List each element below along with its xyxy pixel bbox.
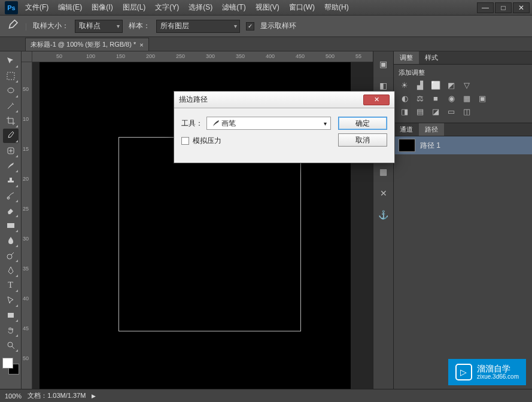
close-button[interactable]: ✕ — [513, 2, 530, 13]
svg-point-7 — [8, 342, 13, 347]
menu-help[interactable]: 帮助(H) — [321, 0, 352, 15]
eraser-tool[interactable] — [3, 203, 19, 218]
tool-select[interactable]: 画笔 — [206, 117, 331, 130]
magic-wand-tool[interactable] — [3, 99, 19, 113]
selective-icon[interactable]: ◫ — [461, 106, 473, 117]
crop-tool[interactable] — [3, 114, 19, 128]
add-adjustment-label: 添加调整 — [399, 68, 527, 77]
lookup-icon[interactable]: ▣ — [476, 93, 488, 103]
sample-size-label: 取样大小： — [33, 21, 69, 31]
move-tool[interactable] — [3, 54, 19, 68]
marquee-tool[interactable] — [3, 69, 19, 83]
svg-rect-0 — [7, 72, 14, 80]
status-bar: 100% 文档：1.03M/1.37M ▶ — [0, 389, 532, 402]
simulate-pressure-checkbox[interactable] — [181, 137, 189, 145]
tools-icon[interactable]: ✕ — [376, 185, 391, 201]
menu-filter[interactable]: 滤镜(T) — [218, 0, 249, 15]
eyedropper-icon — [5, 19, 19, 34]
color-swatches[interactable] — [2, 358, 19, 374]
maximize-button[interactable]: □ — [495, 2, 512, 13]
navigator-icon[interactable]: ⚓ — [376, 207, 391, 223]
path-select-tool[interactable] — [3, 293, 19, 307]
dialog-close-button[interactable]: ✕ — [363, 95, 390, 105]
svg-rect-4 — [7, 223, 14, 228]
stroke-path-dialog: 描边路径 ✕ 工具： 画笔 模拟压力 确定 取消 — [174, 91, 395, 163]
menu-file[interactable]: 文件(F) — [22, 0, 52, 15]
eyedropper-tool[interactable] — [3, 129, 19, 143]
invert-icon[interactable]: ◨ — [399, 106, 411, 117]
dodge-tool[interactable] — [3, 248, 19, 263]
menu-layer[interactable]: 图层(L) — [119, 0, 150, 15]
menu-select[interactable]: 选择(S) — [185, 0, 216, 15]
watermark-logo: ▷ — [455, 364, 472, 380]
panel-spacer — [394, 154, 532, 389]
minimize-button[interactable]: — — [477, 2, 494, 13]
history-brush-tool[interactable] — [3, 188, 19, 203]
history-icon[interactable]: ▣ — [376, 56, 391, 72]
lasso-tool[interactable] — [3, 84, 19, 98]
brush-tool[interactable] — [3, 159, 19, 173]
menubar: 文件(F) 编辑(E) 图像(I) 图层(L) 文字(Y) 选择(S) 滤镜(T… — [22, 0, 477, 15]
stamp-tool[interactable] — [3, 173, 19, 188]
hand-tool[interactable] — [3, 323, 19, 337]
curves-icon[interactable]: ⬜ — [430, 80, 442, 90]
cancel-button[interactable]: 取消 — [338, 133, 387, 147]
exposure-icon[interactable]: ◩ — [445, 80, 457, 90]
svg-rect-6 — [8, 313, 14, 318]
show-ring-label: 显示取样环 — [260, 21, 296, 31]
ruler-vertical: 50101520253035404550 — [22, 62, 32, 389]
path-item-label: 路径 1 — [420, 141, 440, 151]
path-thumbnail — [399, 139, 415, 152]
window-controls: — □ ✕ — [477, 2, 532, 13]
bw-icon[interactable]: ■ — [430, 93, 442, 103]
mixer-icon[interactable]: ▦ — [461, 93, 473, 103]
ok-button[interactable]: 确定 — [338, 117, 387, 130]
shape-rectangle[interactable] — [118, 137, 301, 331]
tab-channels[interactable]: 通道 — [394, 123, 419, 136]
posterize-icon[interactable]: ▤ — [414, 106, 426, 117]
tool-label: 工具： — [181, 118, 203, 129]
doc-info[interactable]: 文档：1.03M/1.37M — [28, 391, 86, 400]
balance-icon[interactable]: ⚖ — [414, 93, 426, 103]
tab-styles[interactable]: 样式 — [419, 51, 444, 64]
dialog-titlebar[interactable]: 描边路径 ✕ — [174, 92, 394, 108]
sample-dropdown[interactable]: 所有图层 — [156, 20, 240, 33]
swatches-icon[interactable]: ▦ — [376, 164, 391, 179]
close-tab-icon[interactable]: × — [139, 41, 143, 48]
brightness-icon[interactable]: ☀ — [399, 80, 411, 90]
menu-window[interactable]: 窗口(W) — [285, 0, 318, 15]
dialog-title: 描边路径 — [179, 95, 208, 105]
adjustments-panel: 添加调整 ☀ ▟ ⬜ ◩ ▽ ◐ ⚖ ■ ◉ ▦ ▣ ◨ ▤ ◪ ▭ ◫ — [394, 65, 532, 123]
sample-label: 样本： — [129, 21, 150, 31]
gradient-map-icon[interactable]: ▭ — [445, 106, 457, 117]
threshold-icon[interactable]: ◪ — [430, 106, 442, 117]
hue-icon[interactable]: ◐ — [399, 93, 411, 103]
blur-tool[interactable] — [3, 233, 19, 248]
vibrance-icon[interactable]: ▽ — [461, 80, 473, 90]
watermark-text: 溜溜自学 — [477, 364, 519, 373]
svg-point-5 — [7, 254, 12, 259]
document-tab[interactable]: 未标题-1 @ 100% (矩形 1, RGB/8) * × — [25, 38, 149, 51]
pen-tool[interactable] — [3, 263, 19, 278]
right-panels: 调整 样式 添加调整 ☀ ▟ ⬜ ◩ ▽ ◐ ⚖ ■ ◉ ▦ ▣ ◨ ▤ — [393, 51, 532, 389]
simulate-pressure-label: 模拟压力 — [193, 136, 221, 146]
menu-view[interactable]: 视图(V) — [252, 0, 283, 15]
levels-icon[interactable]: ▟ — [414, 80, 426, 90]
gradient-tool[interactable] — [3, 218, 19, 233]
tab-paths[interactable]: 路径 — [419, 123, 444, 136]
watermark: ▷ 溜溜自学 zixue.3d66.com — [448, 359, 526, 385]
menu-image[interactable]: 图像(I) — [88, 0, 116, 15]
type-tool[interactable]: T — [3, 278, 19, 293]
sample-size-dropdown[interactable]: 取样点 — [75, 20, 123, 33]
path-item[interactable]: 路径 1 — [394, 136, 532, 154]
foreground-color[interactable] — [2, 358, 13, 368]
tab-adjustments[interactable]: 调整 — [394, 51, 419, 64]
rectangle-tool[interactable] — [3, 308, 19, 322]
zoom-level[interactable]: 100% — [5, 392, 22, 400]
show-ring-checkbox[interactable]: ✓ — [246, 22, 254, 31]
zoom-tool[interactable] — [3, 338, 19, 352]
menu-type[interactable]: 文字(Y) — [151, 0, 183, 15]
healing-tool[interactable] — [3, 144, 19, 158]
menu-edit[interactable]: 编辑(E) — [54, 0, 86, 15]
photo-filter-icon[interactable]: ◉ — [445, 93, 457, 103]
